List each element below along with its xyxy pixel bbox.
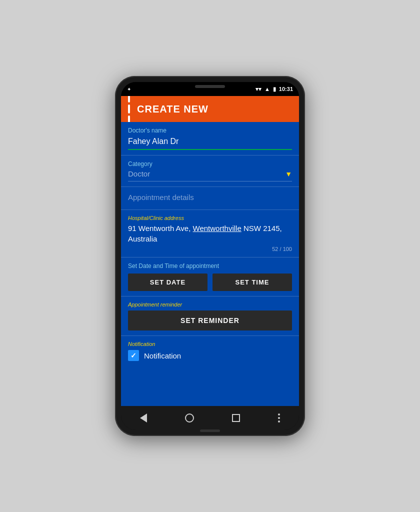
battery-icon: ▮ <box>273 86 276 92</box>
signal-icon: ▲ <box>264 86 270 92</box>
address-section: Hospital/Clinic address 91 Wentworth Ave… <box>121 210 299 258</box>
appointment-details-input[interactable]: Appointment details <box>128 192 292 204</box>
notification-label: Notification <box>128 341 292 347</box>
toolbar: CREATE NEW <box>121 96 299 122</box>
category-value: Doctor <box>128 170 150 178</box>
set-time-button[interactable]: SET TIME <box>212 274 292 291</box>
status-left: ✦ <box>127 86 131 92</box>
category-row[interactable]: Doctor ▼ <box>128 170 292 182</box>
more-icon <box>278 414 280 422</box>
phone-frame: ✦ ▾▾ ▲ ▮ 10:31 CREATE NEW <box>115 76 305 436</box>
address-underline: Wentworthville <box>193 224 242 232</box>
datetime-buttons: SET DATE SET TIME <box>128 274 292 291</box>
category-section: Category Doctor ▼ <box>121 156 299 187</box>
nav-more-button[interactable] <box>270 410 288 426</box>
set-reminder-button[interactable]: SET REMINDER <box>128 310 292 330</box>
reminder-section: Appointment reminder SET REMINDER <box>121 296 299 336</box>
wifi-icon: ▾▾ <box>256 86 262 92</box>
nav-recents-button[interactable] <box>224 410 248 426</box>
appointment-details-section: Appointment details <box>121 187 299 210</box>
recents-icon <box>232 414 240 422</box>
phone-screen: ✦ ▾▾ ▲ ▮ 10:31 CREATE NEW <box>121 82 299 430</box>
doctors-name-section: Doctor's name Fahey Alan Dr <box>121 122 299 156</box>
status-bar: ✦ ▾▾ ▲ ▮ 10:31 <box>121 82 299 96</box>
address-value[interactable]: 91 Wentworth Ave, Wentworthville NSW 214… <box>128 223 292 244</box>
notification-row: Notification <box>128 350 292 361</box>
home-icon <box>185 414 194 422</box>
toolbar-title: CREATE NEW <box>137 104 208 115</box>
set-date-button[interactable]: SET DATE <box>128 274 208 291</box>
menu-button[interactable] <box>128 96 130 124</box>
nav-home-button[interactable] <box>177 410 202 426</box>
back-icon <box>140 414 147 422</box>
nav-back-button[interactable] <box>132 410 155 426</box>
notification-section: Notification Notification <box>121 336 299 406</box>
reminder-label: Appointment reminder <box>128 302 292 308</box>
category-label: Category <box>128 160 292 168</box>
address-label: Hospital/Clinic address <box>128 215 292 221</box>
app-content: CREATE NEW Doctor's name Fahey Alan Dr C… <box>121 96 299 430</box>
doctors-name-value[interactable]: Fahey Alan Dr <box>128 136 292 150</box>
phone-speaker <box>195 85 225 88</box>
navigation-bar <box>121 406 299 430</box>
dropdown-arrow-icon: ▼ <box>285 170 292 178</box>
notification-checkbox-label: Notification <box>144 352 181 360</box>
doctors-name-label: Doctor's name <box>128 127 292 134</box>
android-icon: ✦ <box>127 86 131 92</box>
form-scroll: Doctor's name Fahey Alan Dr Category Doc… <box>121 122 299 406</box>
status-right: ▾▾ ▲ ▮ 10:31 <box>256 86 293 92</box>
datetime-section: Set Date and Time of appointment SET DAT… <box>121 258 299 296</box>
phone-home-indicator <box>200 430 220 432</box>
notification-checkbox[interactable] <box>128 350 139 361</box>
char-count: 52 / 100 <box>128 246 292 252</box>
time-display: 10:31 <box>279 86 293 92</box>
datetime-label: Set Date and Time of appointment <box>128 262 292 270</box>
